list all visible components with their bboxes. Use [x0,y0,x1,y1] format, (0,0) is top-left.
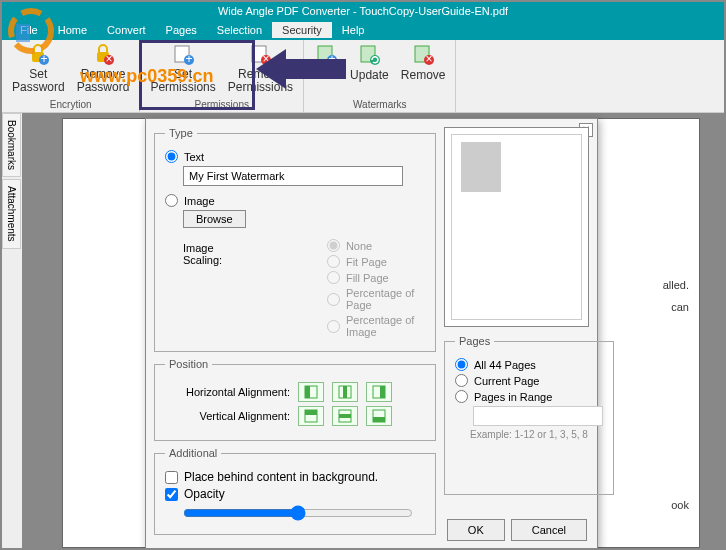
menu-file[interactable]: File [10,22,48,38]
additional-fieldset: Additional Place behind content in backg… [154,447,436,535]
menu-help[interactable]: Help [332,22,375,38]
menu-bar: File Home Convert Pages Selection Securi… [2,20,724,40]
svg-text:+: + [329,52,336,66]
opacity-checkbox[interactable] [165,488,178,501]
menu-pages[interactable]: Pages [156,22,207,38]
type-image-radio[interactable] [165,194,178,207]
browse-button[interactable]: Browse [183,210,246,228]
svg-rect-29 [305,410,317,415]
menu-convert[interactable]: Convert [97,22,156,38]
remove-watermark-button[interactable]: × Remove [395,42,452,82]
scaling-pctpage-radio[interactable] [327,293,340,306]
pages-example-text: Example: 1-12 or 1, 3, 5, 8 [455,429,603,440]
pages-range-radio[interactable] [455,390,468,403]
scaling-none-radio[interactable] [327,239,340,252]
v-align-bottom-button[interactable] [366,406,392,426]
permission-remove-icon: × [248,42,272,66]
remove-password-label: Remove Password [77,68,130,94]
scaling-fillpage-radio[interactable] [327,271,340,284]
window-title: Wide Angle PDF Converter - TouchCopy-Use… [2,2,724,20]
type-fieldset: Type Text Image Browse Image Scaling: No… [154,127,436,352]
pages-current-radio[interactable] [455,374,468,387]
add-watermark-label: Add [315,68,336,82]
type-image-label: Image [184,195,215,207]
watermark-text-input[interactable] [183,166,403,186]
svg-rect-27 [380,386,385,398]
h-align-right-button[interactable] [366,382,392,402]
update-watermark-label: Update [350,68,389,82]
scaling-none-label: None [346,240,372,252]
pages-range-label: Pages in Range [474,391,552,403]
remove-permissions-button[interactable]: × Remove Permissions [222,42,299,94]
attachments-tab[interactable]: Attachments [2,179,21,249]
ribbon: + Set Password × Remove Password Encryti… [2,40,724,113]
watermark-preview [444,127,589,327]
doc-fragment: alled. [663,279,689,291]
h-align-center-button[interactable] [332,382,358,402]
encryption-group-label: Encrytion [50,99,92,112]
bookmarks-tab[interactable]: Bookmarks [2,113,21,177]
v-align-top-button[interactable] [298,406,324,426]
additional-legend: Additional [165,447,221,459]
menu-home[interactable]: Home [48,22,97,38]
update-watermark-button[interactable]: Update [344,42,395,82]
lock-remove-icon: × [91,42,115,66]
opacity-label: Opacity [184,487,225,501]
svg-text:+: + [41,52,48,66]
v-align-middle-button[interactable] [332,406,358,426]
permission-add-icon: + [171,42,195,66]
behind-content-label: Place behind content in background. [184,470,378,484]
ribbon-group-watermarks: + Add Update × Remove Watermarks [304,40,456,112]
cancel-button[interactable]: Cancel [511,519,587,541]
h-align-left-button[interactable] [298,382,324,402]
watermarks-group-label: Watermarks [353,99,407,112]
pages-legend: Pages [455,335,494,347]
menu-security[interactable]: Security [272,22,332,38]
watermark-remove-icon: × [411,42,435,66]
set-password-label: Set Password [12,68,65,94]
permissions-group-label: Permissions [195,99,249,112]
pages-all-radio[interactable] [455,358,468,371]
position-legend: Position [165,358,212,370]
scaling-fitpage-radio[interactable] [327,255,340,268]
opacity-slider[interactable] [183,505,413,521]
svg-rect-25 [343,386,347,398]
side-panel: Bookmarks Attachments [2,113,22,550]
set-password-button[interactable]: + Set Password [6,42,71,94]
h-align-label: Horizontal Alignment: [165,386,290,398]
watermark-dialog: ✕ Type Text Image Browse Image Scaling: [145,118,598,550]
position-fieldset: Position Horizontal Alignment: Vertical … [154,358,436,441]
svg-text:×: × [426,52,433,66]
scaling-fillpage-label: Fill Page [346,272,389,284]
svg-text:+: + [186,52,193,66]
svg-rect-31 [339,414,351,418]
add-watermark-button[interactable]: + Add [308,42,344,82]
svg-text:×: × [263,52,270,66]
svg-rect-23 [305,386,310,398]
preview-thumbnail [461,142,501,192]
watermark-update-icon [357,42,381,66]
pages-current-label: Current Page [474,375,539,387]
type-legend: Type [165,127,197,139]
scaling-pctimage-radio[interactable] [327,320,340,333]
behind-content-checkbox[interactable] [165,471,178,484]
ribbon-group-encryption: + Set Password × Remove Password Encryti… [2,40,140,112]
scaling-pctimage-label: Percentage of Image [346,314,425,338]
ok-button[interactable]: OK [447,519,505,541]
remove-password-button[interactable]: × Remove Password [71,42,136,94]
type-text-radio[interactable] [165,150,178,163]
watermark-add-icon: + [314,42,338,66]
svg-rect-33 [373,417,385,422]
scaling-fitpage-label: Fit Page [346,256,387,268]
menu-selection[interactable]: Selection [207,22,272,38]
pages-all-label: All 44 Pages [474,359,536,371]
set-permissions-button[interactable]: + Set Permissions [144,42,221,94]
doc-fragment: can [671,301,689,313]
image-scaling-label: Image Scaling: [183,242,242,341]
doc-fragment: ook [671,499,689,511]
lock-add-icon: + [26,42,50,66]
v-align-label: Vertical Alignment: [165,410,290,422]
pages-range-input[interactable] [473,406,603,426]
remove-watermark-label: Remove [401,68,446,82]
ribbon-group-permissions: + Set Permissions × Remove Permissions P… [140,40,304,112]
